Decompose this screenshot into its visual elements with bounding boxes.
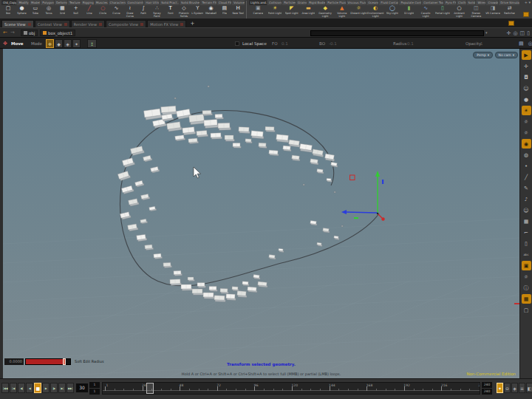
shelf-tool-caustic-light[interactable]: ∿Caustic Light [417,5,434,18]
shelf-tab-old-copy[interactable]: Old_Copy [1,0,16,5]
tool-icon[interactable]: ⌐ [522,228,531,237]
shelf-corner-icon[interactable] [523,12,529,17]
shelf-tab-grains[interactable]: Grains [296,0,307,5]
stop-button[interactable]: ■ [34,383,41,393]
chevron-down-icon[interactable]: ▾ [485,30,488,35]
spot-light-icon[interactable]: ☼ [522,128,531,137]
shelf-tab-terrain-fx[interactable]: Terrain FX [200,0,216,5]
tab-motion-fx-view[interactable]: Motion FX View [147,20,186,27]
jump-end-button[interactable]: ▶▶| [66,383,74,393]
shelf-tab-crowds[interactable]: Crowds [486,0,498,5]
detail-handle-button[interactable]: ↥ [87,39,97,48]
range-start-field[interactable]: 1 [89,382,100,388]
radius-field[interactable]: 0.1 [407,38,414,50]
shelf-tool-sphere[interactable]: ●Sphere [15,5,28,15]
jump-start-button[interactable]: |◀◀ [1,383,9,393]
shelf-tab-drive-simula[interactable]: Drive Simula... [499,0,519,5]
back-button[interactable]: ← [3,30,7,36]
breadcrumb-node[interactable]: box_object1 [40,30,75,36]
shelf-tool-tube[interactable]: ▭Tube [29,5,42,15]
gizmo-plane-handle-green[interactable] [354,217,358,219]
shelf-tab-solid-brushes[interactable]: Solid Brushes [180,0,200,5]
auto-key-icon[interactable]: ◈ [511,383,518,393]
tab-context-view[interactable]: Context View [35,20,70,27]
shelf-tool-switcher[interactable]: ⇄Switcher [501,5,518,15]
shelf-tool-ambient-light[interactable]: ○Ambient Light [451,5,468,18]
info-icon[interactable]: ⓘ [522,283,531,293]
tab-render-view[interactable]: Render View [71,20,105,27]
draw-icon[interactable]: ✎ [522,183,531,193]
shelf-tab-wires[interactable]: Wires [476,0,485,5]
shelf-tool-volume-light[interactable]: ▲Volume Light [333,5,350,18]
box-display-icon[interactable]: ▢ [522,305,531,315]
shelf-tool-grid[interactable]: ▦Grid [55,5,69,15]
view-menu-persp[interactable]: Persp ▾ [473,52,493,58]
handle-mode-3[interactable]: ◈ [64,39,72,48]
shelf-tab-solid-pract[interactable]: Solid Pract... [160,0,179,5]
shelf-tool-area-light[interactable]: ▬Area Light [300,5,317,15]
shelf-tab-modify[interactable]: Modify [17,0,29,5]
shelf-tab-polygon[interactable]: Polygon [41,0,54,5]
prev-key-button[interactable]: |◀ [10,383,17,393]
new-tab-button[interactable]: + [187,20,197,27]
view-menu-camera[interactable]: No cam ▾ [495,52,518,58]
geometry-icon[interactable]: ▦ [522,216,531,226]
transform-gizmo[interactable] [341,171,385,221]
shelf-tool-l-system[interactable]: YL-System [191,5,204,15]
tab-scene-view[interactable]: Scene View [1,20,34,27]
shelf-tab-solid[interactable]: Solid [467,0,476,5]
close-icon[interactable] [140,23,143,26]
shelf-tool-environment-light[interactable]: ◐Environment Light [367,5,384,18]
shelf-tab-rigging[interactable]: Rigging [81,0,94,5]
current-frame-field[interactable]: 30 [76,383,88,392]
light-outline-icon[interactable]: ☼ [522,272,531,282]
pin-icon[interactable]: ✛ [507,30,511,37]
shelf-tool-vr-camera[interactable]: ◨VR Camera [485,5,502,15]
select-tool-icon[interactable]: ▶ [522,50,531,60]
shelf-tab-populate-cont[interactable]: Populate Cont... [399,0,421,5]
shelf-overflow-button[interactable]: + ▾ [525,0,531,5]
headlight-icon[interactable]: ☀ [522,106,531,115]
next-frame-button[interactable]: |▶ [50,383,58,393]
point-display-icon[interactable]: • [522,161,531,171]
shelf-tab-model[interactable]: Model [30,0,40,5]
shelf-tab-particle-fluids[interactable]: Particle Fluids [326,0,345,5]
point-light-icon[interactable]: ☼ [522,117,531,126]
radial-menu-icon[interactable]: ◎ [513,30,517,37]
shelf-tool-stereo-camera[interactable]: ◫Stereo Camera [468,5,485,18]
shelf-tool-file[interactable]: ▤File [218,5,231,15]
shelf-tool-metaball[interactable]: ◉Metaball [204,5,217,15]
shelf-tool-platonic-solids[interactable]: ◇Platonic Solids [177,5,191,18]
close-icon[interactable] [99,23,102,26]
shelf-tool-sky-light[interactable]: ◯Sky Light [384,5,401,15]
next-key-button[interactable]: ▶| [58,383,66,393]
pose-icon[interactable]: ☺ [522,83,531,93]
close-icon[interactable] [180,23,183,26]
shelf-tool-distant-light[interactable]: ☼Distant Light [350,5,367,15]
shelf-tab-viscous-fluids[interactable]: Viscous Fluids [347,0,366,5]
shelf-tool-point-light[interactable]: ☀Point Light [267,5,284,15]
linked-pane-icon[interactable]: ◫ [520,30,525,37]
shelf-tab-cloud-fx[interactable]: Cloud FX [217,0,231,5]
shelf-tab-lights-and[interactable]: Lights and... [249,0,267,5]
playback-end-field[interactable]: 240 [482,389,492,395]
material-icon[interactable]: ◍ [522,150,531,160]
shelf-tool-path[interactable]: ∫Path [137,5,150,15]
shade-icon[interactable]: ● [522,95,531,104]
character-icon[interactable]: ☺ [522,205,531,215]
shelf-tab-particles[interactable]: Particles [282,0,296,5]
shelf-tool-geometry-light[interactable]: ◆Geometry Light [317,5,334,18]
selection-input[interactable] [310,30,484,36]
playhead[interactable] [146,383,154,394]
shelf-tool-new-tool[interactable]: HNew Tool [231,5,245,15]
shelf-tab-texture[interactable]: Texture [68,0,81,5]
set-key-icon[interactable]: ✦ [497,383,503,393]
shelf-tool-box[interactable]: ▢Box [1,5,15,15]
device-icon[interactable]: ▯ [522,239,531,248]
shelf-tool-portal-light[interactable]: ▯Portal Light [434,5,451,15]
close-icon[interactable] [28,23,31,26]
close-icon[interactable] [64,23,67,26]
shelf-tab-hair-utils[interactable]: Hair Utils [144,0,159,5]
shelf-tab-deform[interactable]: Deform [55,0,67,5]
playback-start-field[interactable]: 1 [89,389,100,395]
